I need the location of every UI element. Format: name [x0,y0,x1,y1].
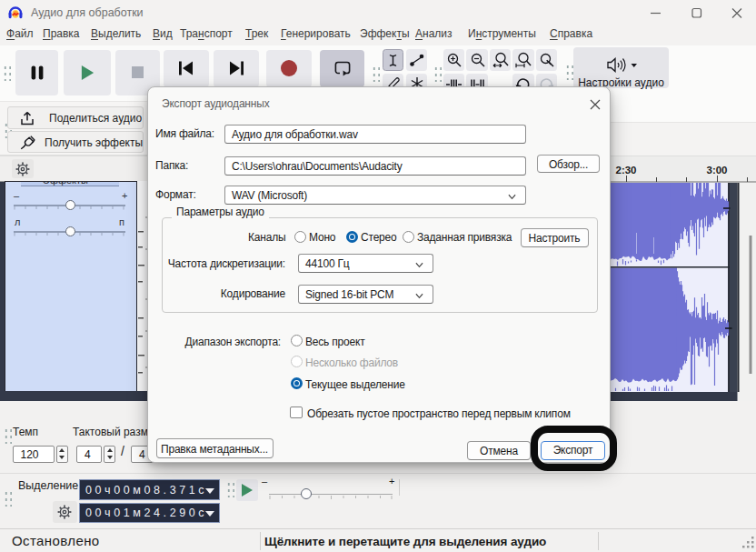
svg-text:3:00: 3:00 [706,165,727,176]
svg-text:2:30: 2:30 [615,165,636,176]
